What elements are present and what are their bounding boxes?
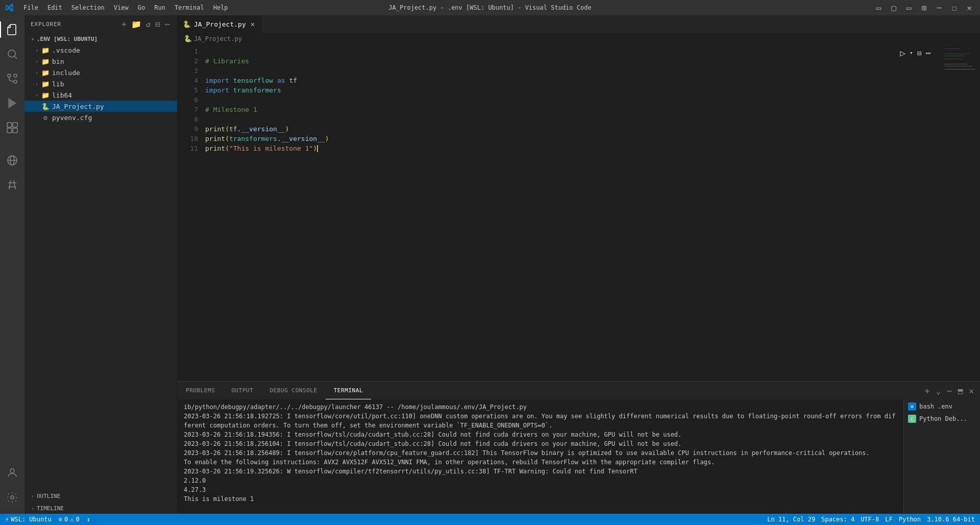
svg-rect-9 (13, 123, 17, 127)
language-status[interactable]: Python (896, 514, 924, 525)
tree-bin-label: bin (52, 58, 64, 65)
problems-status[interactable]: ⊘ 0 ⚠ 0 (56, 514, 83, 525)
terminal-dropdown-button[interactable]: ⌄ (934, 385, 943, 396)
tab-ja-project-label: JA_Project.py (194, 20, 246, 28)
breadcrumb-label[interactable]: JA_Project.py (194, 35, 242, 42)
menu-bar: File Edit Selection View Go Run Terminal… (5, 2, 232, 13)
tab-ja-project[interactable]: 🐍 JA_Project.py ✕ (178, 15, 262, 33)
menu-file[interactable]: File (19, 2, 42, 13)
outline-section[interactable]: › OUTLINE (24, 489, 177, 502)
line-numbers: 1 2 3 4 5 6 7 8 9 10 11 (178, 44, 203, 381)
panel-tab-terminal[interactable]: TERMINAL (326, 381, 371, 399)
line-ending-status[interactable]: LF (882, 514, 895, 525)
folder-icon-lib64: 📁 (41, 90, 50, 100)
timeline-arrow: › (29, 504, 37, 512)
menu-terminal[interactable]: Terminal (170, 2, 208, 13)
terminal-main[interactable]: ib/python/debugpy/adapter/../../debugpy/… (178, 399, 903, 514)
activity-testing[interactable] (0, 173, 24, 197)
svg-line-6 (9, 80, 14, 82)
minimize-button[interactable]: ─ (934, 3, 945, 13)
editor-toolbar: ▷ ▾ ⊟ ⋯ (897, 44, 934, 61)
new-folder-icon[interactable]: 📁 (130, 18, 143, 30)
panel-more-button[interactable]: ⋯ (945, 385, 954, 396)
python-session-label: Python Deb... (919, 415, 967, 422)
code-line-6 (205, 95, 939, 105)
tree-root[interactable]: ▾ .ENV [WSL: UBUNTU] (24, 33, 177, 44)
tree-item-vscode[interactable]: › 📁 .vscode (24, 44, 177, 56)
layout-btn-4[interactable]: ⊞ (918, 3, 929, 13)
code-editor[interactable]: 1 2 3 4 5 6 7 8 9 10 11 # Libraries im (178, 44, 980, 381)
tree-item-ja-project[interactable]: › 🐍 JA_Project.py (24, 101, 177, 112)
panel-maximize-button[interactable]: ⬒ (956, 385, 965, 396)
layout-btn-3[interactable]: ▭ (903, 3, 915, 13)
python-session-icon: 🐍 (908, 415, 916, 423)
wsl-status[interactable]: ⚡ WSL: Ubuntu (2, 514, 55, 525)
activity-remote-explorer[interactable] (0, 148, 24, 173)
editor-more-button[interactable]: ⋯ (924, 46, 932, 59)
activity-extensions[interactable] (0, 115, 24, 140)
more-actions-icon[interactable]: ⋯ (163, 18, 171, 30)
terminal-session-bash[interactable]: ⊞ bash .env (904, 400, 980, 413)
sidebar: Explorer + 📁 ↺ ⊟ ⋯ ▾ .ENV [WSL: UBUNTU] … (24, 15, 178, 514)
window-title: JA_Project.py - .env [WSL: Ubuntu] - Vis… (388, 4, 591, 11)
run-button[interactable]: ▷ (899, 46, 906, 59)
activity-source-control[interactable] (0, 66, 24, 91)
timeline-section[interactable]: › TIMELINE (24, 502, 177, 514)
title-bar: File Edit Selection View Go Run Terminal… (0, 0, 980, 15)
tree-item-pyvenv[interactable]: › ⚙ pyvenv.cfg (24, 112, 177, 123)
menu-run[interactable]: Run (150, 2, 169, 13)
new-file-icon[interactable]: + (120, 18, 128, 30)
menu-selection[interactable]: Selection (67, 2, 109, 13)
tree-item-lib[interactable]: › 📁 lib (24, 78, 177, 89)
svg-point-0 (8, 50, 15, 57)
activity-explorer[interactable] (0, 17, 24, 42)
cursor-position-status[interactable]: Ln 11, Col 29 (764, 514, 818, 525)
collapse-icon[interactable]: ⊟ (154, 18, 162, 30)
menu-go[interactable]: Go (134, 2, 149, 13)
maximize-button[interactable]: ☐ (949, 3, 960, 13)
split-editor-button[interactable]: ⊟ (916, 48, 922, 58)
menu-view[interactable]: View (110, 2, 133, 13)
sync-status[interactable]: ↕ (84, 514, 93, 525)
indent-status[interactable]: Spaces: 4 (818, 514, 857, 525)
layout-btn-1[interactable]: ▭ (873, 3, 885, 13)
python-version-status[interactable]: 3.10.6 64-bit (924, 514, 978, 525)
code-line-4: import tensorflow as tf (205, 76, 939, 85)
close-button[interactable]: ✕ (964, 3, 975, 13)
panel-tab-debug-console[interactable]: DEBUG CONSOLE (261, 381, 325, 399)
code-line-7: # Milestone 1 (205, 105, 939, 114)
menu-help[interactable]: Help (209, 2, 232, 13)
timeline-label: TIMELINE (37, 505, 64, 512)
python-version-label: 3.10.6 64-bit (927, 516, 975, 523)
new-terminal-button[interactable]: + (923, 385, 932, 396)
activity-search[interactable] (0, 42, 24, 66)
svg-rect-20 (944, 59, 962, 59)
svg-rect-22 (944, 66, 972, 66)
layout-btn-2[interactable]: ▢ (888, 3, 899, 13)
code-line-2: # Libraries (205, 56, 939, 66)
status-right: Ln 11, Col 29 Spaces: 4 UTF-8 LF Python … (764, 514, 978, 525)
encoding-status[interactable]: UTF-8 (857, 514, 882, 525)
activity-run-debug[interactable] (0, 91, 24, 115)
code-content[interactable]: # Libraries import tensorflow as tf impo… (203, 44, 939, 381)
tree-item-include[interactable]: › 📁 include (24, 67, 177, 78)
language-label: Python (899, 516, 921, 523)
tree-item-bin[interactable]: › 📁 bin (24, 56, 177, 67)
tab-close-button[interactable]: ✕ (249, 19, 256, 29)
panel-tab-problems[interactable]: PROBLEMS (178, 381, 223, 399)
sidebar-header: Explorer + 📁 ↺ ⊟ ⋯ (24, 15, 177, 33)
menu-edit[interactable]: Edit (43, 2, 66, 13)
run-dropdown[interactable]: ▾ (909, 49, 914, 57)
remote-icon: ⚡ (5, 516, 9, 523)
activity-accounts[interactable] (0, 461, 24, 485)
refresh-icon[interactable]: ↺ (144, 18, 152, 30)
activity-settings[interactable] (0, 485, 24, 510)
terminal-session-python[interactable]: 🐍 Python Deb... (904, 413, 980, 425)
bin-arrow: › (33, 57, 41, 65)
panel-tab-output[interactable]: OUTPUT (223, 381, 261, 399)
panel-close-button[interactable]: ✕ (967, 385, 976, 396)
tree-root-label: .ENV [WSL: UBUNTU] (37, 36, 97, 42)
folder-icon-bin: 📁 (41, 57, 50, 66)
tree-item-lib64[interactable]: › 📁 lib64 (24, 89, 177, 101)
line-ending-label: LF (885, 516, 892, 523)
